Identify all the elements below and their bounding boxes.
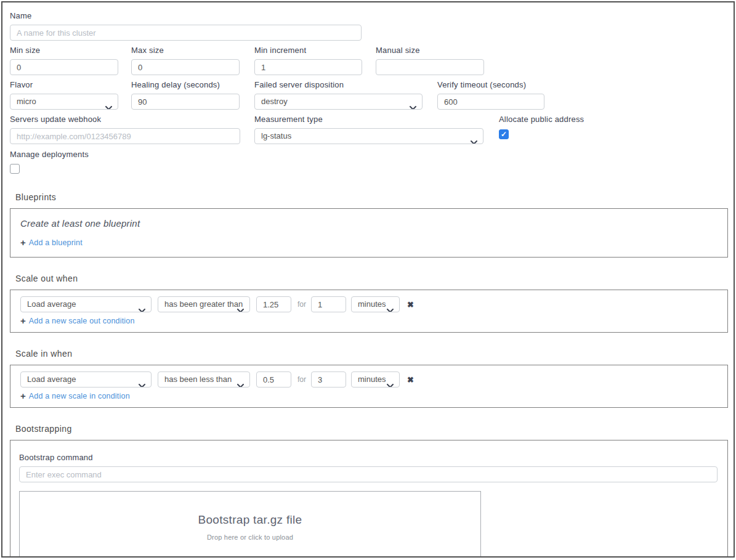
manage-deployments-checkbox[interactable]: ✓: [10, 164, 20, 174]
flavor-selected-value: micro: [17, 97, 36, 106]
max-size-input[interactable]: [131, 59, 240, 75]
measurement-type-select[interactable]: lg-status: [254, 128, 483, 144]
allocate-public-address-checkbox[interactable]: ✓: [499, 129, 509, 139]
add-scale-in-condition-link[interactable]: + Add a new scale in condition: [20, 392, 130, 400]
plus-icon: +: [20, 392, 26, 400]
scale-out-for-label: for: [297, 300, 306, 309]
scale-in-threshold-input[interactable]: [256, 371, 291, 388]
min-size-label: Min size: [10, 46, 118, 55]
bootstrap-targz-dropzone[interactable]: Bootstrap tar.gz file Drop here or click…: [19, 491, 481, 558]
min-increment-input[interactable]: [254, 59, 362, 75]
scale-in-condition-row: Load average has been less than for minu…: [20, 371, 718, 388]
remove-condition-icon[interactable]: ✖: [407, 375, 414, 384]
blueprints-empty-message: Create at least one blueprint: [20, 218, 718, 229]
healing-delay-label: Healing delay (seconds): [131, 80, 240, 89]
name-field: Name: [10, 11, 362, 41]
remove-condition-icon[interactable]: ✖: [407, 300, 414, 309]
failed-disposition-selected-value: destroy: [261, 97, 288, 106]
failed-disposition-select[interactable]: destroy: [254, 94, 423, 110]
scale-out-duration-input[interactable]: [311, 296, 346, 312]
scale-out-threshold-input[interactable]: [256, 296, 291, 312]
measurement-type-selected-value: lg-status: [261, 131, 291, 140]
scale-in-metric-select[interactable]: Load average: [20, 371, 152, 388]
blueprints-heading: Blueprints: [15, 192, 726, 202]
chevron-down-icon: [105, 100, 112, 110]
scale-out-condition-row: Load average has been greater than for m…: [20, 296, 718, 312]
plus-icon: +: [20, 239, 26, 246]
scale-out-unit-value: minutes: [358, 299, 386, 309]
chevron-down-icon: [237, 303, 244, 312]
bootstrap-command-input[interactable]: [19, 466, 718, 482]
healing-delay-input[interactable]: [131, 94, 240, 110]
chevron-down-icon: [387, 378, 394, 388]
scale-out-comparator-select[interactable]: has been greater than: [158, 296, 250, 312]
min-size-input[interactable]: [10, 59, 118, 75]
scale-in-section: Load average has been less than for minu…: [10, 365, 728, 408]
add-blueprint-link[interactable]: + Add a blueprint: [20, 238, 83, 247]
check-icon: ✓: [501, 130, 507, 139]
verify-timeout-label: Verify timeout (seconds): [437, 80, 544, 89]
measurement-type-label: Measurement type: [254, 115, 483, 124]
add-scale-in-condition-label: Add a new scale in condition: [29, 392, 130, 400]
scale-in-unit-value: minutes: [358, 375, 386, 384]
scale-in-for-label: for: [297, 375, 306, 384]
webhook-input[interactable]: [10, 128, 240, 144]
healing-delay-field: Healing delay (seconds): [131, 80, 240, 110]
chevron-down-icon: [237, 378, 244, 388]
flavor-field: Flavor micro: [10, 80, 118, 110]
bootstrap-command-label: Bootstrap command: [19, 453, 718, 462]
webhook-field: Servers update webhook: [10, 115, 240, 144]
min-size-field: Min size: [10, 46, 118, 75]
failed-disposition-label: Failed server disposition: [254, 80, 423, 89]
add-blueprint-label: Add a blueprint: [29, 238, 83, 247]
manual-size-label: Manual size: [376, 46, 484, 55]
add-scale-out-condition-link[interactable]: + Add a new scale out condition: [20, 317, 135, 325]
scale-in-comparator-select[interactable]: has been less than: [158, 371, 250, 388]
flavor-select[interactable]: micro: [10, 94, 118, 110]
manage-deployments-label: Manage deployments: [10, 150, 726, 159]
plus-icon: +: [20, 317, 26, 325]
scale-in-comparator-value: has been less than: [164, 375, 232, 384]
min-increment-field: Min increment: [254, 46, 362, 75]
bootstrap-targz-subtitle: Drop here or click to upload: [207, 534, 293, 541]
manage-deployments-field: Manage deployments ✓: [10, 150, 726, 176]
scale-out-unit-select[interactable]: minutes: [351, 296, 400, 312]
verify-timeout-input[interactable]: [437, 94, 544, 110]
verify-timeout-field: Verify timeout (seconds): [437, 80, 544, 110]
webhook-label: Servers update webhook: [10, 115, 240, 124]
chevron-down-icon: [139, 378, 145, 388]
max-size-label: Max size: [131, 46, 240, 55]
failed-disposition-field: Failed server disposition destroy: [254, 80, 423, 110]
bootstrapping-heading: Bootstrapping: [15, 424, 726, 434]
bootstrap-targz-title: Bootstrap tar.gz file: [198, 513, 302, 527]
flavor-label: Flavor: [10, 80, 118, 89]
scale-out-comparator-value: has been greater than: [164, 299, 243, 309]
allocate-public-address-field: Allocate public address ✓: [499, 115, 622, 139]
scale-in-duration-input[interactable]: [311, 371, 346, 388]
measurement-type-field: Measurement type lg-status: [254, 115, 483, 144]
scale-out-metric-select[interactable]: Load average: [20, 296, 152, 312]
scale-out-metric-value: Load average: [27, 299, 76, 309]
scale-in-heading: Scale in when: [15, 349, 726, 359]
scale-out-section: Load average has been greater than for m…: [10, 290, 728, 333]
chevron-down-icon: [139, 303, 145, 312]
bootstrapping-section: Bootstrap command Bootstrap tar.gz file …: [10, 440, 728, 558]
scale-in-metric-value: Load average: [27, 375, 76, 384]
max-size-field: Max size: [131, 46, 240, 75]
scale-out-heading: Scale out when: [15, 274, 726, 283]
chevron-down-icon: [410, 100, 416, 110]
name-input[interactable]: [10, 25, 362, 41]
blueprints-section: Create at least one blueprint + Add a bl…: [10, 208, 728, 258]
scale-in-unit-select[interactable]: minutes: [351, 371, 400, 388]
flavor-row: Flavor micro Healing delay (seconds) Fai…: [10, 80, 726, 110]
manual-size-input[interactable]: [376, 59, 484, 75]
size-row: Min size Max size Min increment Manual s…: [10, 46, 726, 75]
allocate-public-address-label: Allocate public address: [499, 115, 622, 124]
chevron-down-icon: [387, 303, 394, 312]
name-label: Name: [10, 11, 362, 20]
webhook-row: Servers update webhook Measurement type …: [10, 115, 726, 144]
cluster-form-page: Name Min size Max size Min increment Man…: [1, 1, 735, 558]
min-increment-label: Min increment: [254, 46, 362, 55]
chevron-down-icon: [471, 135, 477, 144]
add-scale-out-condition-label: Add a new scale out condition: [29, 317, 135, 325]
